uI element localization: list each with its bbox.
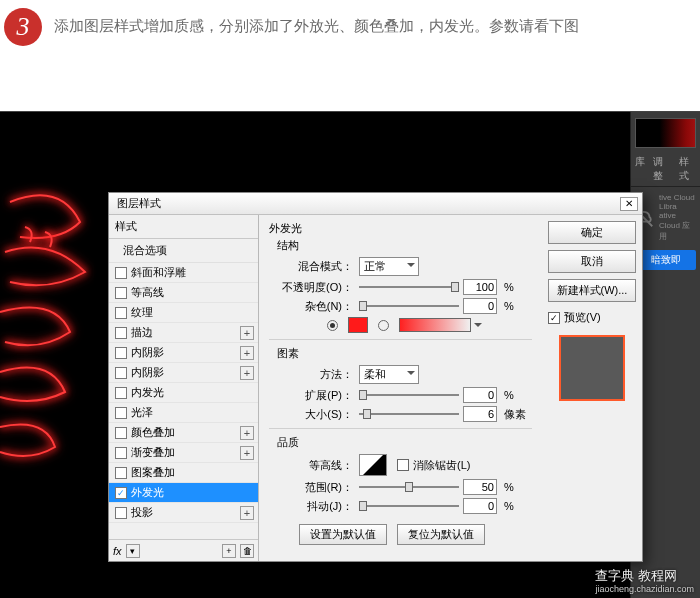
style-item-label: 外发光 <box>131 485 254 500</box>
structure-subtitle: 结构 <box>277 238 532 253</box>
style-item-0[interactable]: 斜面和浮雕 <box>109 263 258 283</box>
style-item-12[interactable]: 投影+ <box>109 503 258 523</box>
spread-unit: % <box>504 389 514 401</box>
style-item-checkbox[interactable] <box>115 427 127 439</box>
style-item-10[interactable]: 图案叠加 <box>109 463 258 483</box>
fx-icon[interactable]: fx <box>113 545 122 557</box>
glow-gradient[interactable] <box>399 318 471 332</box>
blend-options-header[interactable]: 混合选项 <box>109 239 258 263</box>
tab-library[interactable]: 库 <box>635 155 645 183</box>
style-item-checkbox[interactable] <box>115 447 127 459</box>
style-item-plus-icon[interactable]: + <box>240 506 254 520</box>
opacity-unit: % <box>504 281 514 293</box>
photoshop-workspace: 库 调整 样式 tive Cloud Libra ative Cloud 应用 … <box>0 111 700 598</box>
style-item-4[interactable]: 内阴影+ <box>109 343 258 363</box>
style-item-3[interactable]: 描边+ <box>109 323 258 343</box>
antialias-checkbox[interactable] <box>397 459 409 471</box>
styles-list: 样式 混合选项 斜面和浮雕等高线纹理描边+内阴影+内阴影+内发光光泽颜色叠加+渐… <box>109 215 259 561</box>
style-item-11[interactable]: ✓外发光 <box>109 483 258 503</box>
antialias-label: 消除锯齿(L) <box>413 458 470 473</box>
style-foot-arrow-icon[interactable]: ▾ <box>126 544 140 558</box>
tab-styles[interactable]: 样式 <box>679 155 697 183</box>
contour-label: 等高线： <box>269 458 353 473</box>
noise-slider[interactable] <box>359 302 459 310</box>
cancel-button[interactable]: 取消 <box>548 250 636 273</box>
style-item-7[interactable]: 光泽 <box>109 403 258 423</box>
opacity-input[interactable]: 100 <box>463 279 497 295</box>
new-style-button[interactable]: 新建样式(W)... <box>548 279 636 302</box>
style-item-checkbox[interactable] <box>115 307 127 319</box>
size-unit: 像素 <box>504 407 526 422</box>
range-slider[interactable] <box>359 483 459 491</box>
style-item-label: 内发光 <box>131 385 254 400</box>
spread-slider[interactable] <box>359 391 459 399</box>
style-item-checkbox[interactable] <box>115 387 127 399</box>
style-item-checkbox[interactable]: ✓ <box>115 487 127 499</box>
cc-text-1: tive Cloud Libra <box>659 193 698 211</box>
style-item-5[interactable]: 内阴影+ <box>109 363 258 383</box>
range-input[interactable]: 50 <box>463 479 497 495</box>
technique-select[interactable]: 柔和 <box>359 365 419 384</box>
style-item-checkbox[interactable] <box>115 407 127 419</box>
noise-input[interactable]: 0 <box>463 298 497 314</box>
blend-mode-select[interactable]: 正常 <box>359 257 419 276</box>
preview-checkbox[interactable]: ✓ <box>548 312 560 324</box>
glow-color-swatch[interactable] <box>348 317 368 333</box>
contour-picker[interactable] <box>359 454 387 476</box>
style-item-plus-icon[interactable]: + <box>240 366 254 380</box>
style-item-plus-icon[interactable]: + <box>240 326 254 340</box>
jitter-slider[interactable] <box>359 502 459 510</box>
style-item-label: 描边 <box>131 325 240 340</box>
style-item-9[interactable]: 渐变叠加+ <box>109 443 258 463</box>
color-radio[interactable] <box>327 320 338 331</box>
style-item-checkbox[interactable] <box>115 507 127 519</box>
technique-label: 方法： <box>269 367 353 382</box>
outer-glow-settings: 外发光 结构 混合模式： 正常 不透明度(O)： 100 % 杂色(N)： <box>259 215 542 561</box>
ok-button[interactable]: 确定 <box>548 221 636 244</box>
range-unit: % <box>504 481 514 493</box>
style-item-plus-icon[interactable]: + <box>240 426 254 440</box>
dialog-title: 图层样式 <box>117 196 620 211</box>
size-slider[interactable] <box>359 410 459 418</box>
reset-default-button[interactable]: 复位为默认值 <box>397 524 485 545</box>
range-label: 范围(R)： <box>269 480 353 495</box>
preview-label: 预览(V) <box>564 310 601 325</box>
styles-header[interactable]: 样式 <box>109 215 258 239</box>
jitter-input[interactable]: 0 <box>463 498 497 514</box>
style-item-label: 颜色叠加 <box>131 425 240 440</box>
cc-blue-button[interactable]: 暗致即 <box>635 250 696 270</box>
style-item-label: 光泽 <box>131 405 254 420</box>
style-item-checkbox[interactable] <box>115 367 127 379</box>
jitter-label: 抖动(J)： <box>269 499 353 514</box>
step-number-badge: 3 <box>4 8 42 46</box>
cc-text-2: ative Cloud 应用 <box>659 211 698 242</box>
tab-adjustments[interactable]: 调整 <box>653 155 671 183</box>
size-input[interactable]: 6 <box>463 406 497 422</box>
step-text: 添加图层样式增加质感，分别添加了外放光、颜色叠加，内发光。参数请看下图 <box>54 8 579 41</box>
style-foot-add-icon[interactable]: + <box>222 544 236 558</box>
noise-label: 杂色(N)： <box>269 299 353 314</box>
trash-icon[interactable]: 🗑 <box>240 544 254 558</box>
style-item-label: 内阴影 <box>131 345 240 360</box>
close-icon[interactable]: ✕ <box>620 197 638 211</box>
style-item-1[interactable]: 等高线 <box>109 283 258 303</box>
style-item-plus-icon[interactable]: + <box>240 446 254 460</box>
elements-subtitle: 图素 <box>277 346 532 361</box>
style-item-8[interactable]: 颜色叠加+ <box>109 423 258 443</box>
blend-mode-label: 混合模式： <box>269 259 353 274</box>
style-item-checkbox[interactable] <box>115 467 127 479</box>
neon-artwork <box>0 182 120 502</box>
color-picker-swatch[interactable] <box>635 118 696 148</box>
style-item-checkbox[interactable] <box>115 327 127 339</box>
opacity-slider[interactable] <box>359 283 459 291</box>
opacity-label: 不透明度(O)： <box>269 280 353 295</box>
style-item-6[interactable]: 内发光 <box>109 383 258 403</box>
style-item-checkbox[interactable] <box>115 347 127 359</box>
gradient-radio[interactable] <box>378 320 389 331</box>
make-default-button[interactable]: 设置为默认值 <box>299 524 387 545</box>
style-item-checkbox[interactable] <box>115 267 127 279</box>
style-item-checkbox[interactable] <box>115 287 127 299</box>
spread-input[interactable]: 0 <box>463 387 497 403</box>
style-item-plus-icon[interactable]: + <box>240 346 254 360</box>
style-item-2[interactable]: 纹理 <box>109 303 258 323</box>
